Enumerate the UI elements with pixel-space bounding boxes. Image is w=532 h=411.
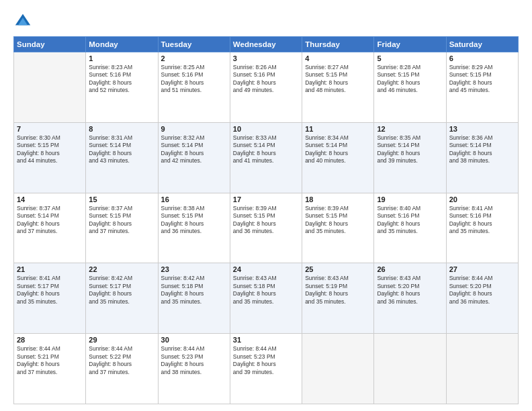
days-header-row: SundayMondayTuesdayWednesdayThursdayFrid… (14, 37, 519, 52)
day-number: 28 (17, 336, 83, 344)
weekday-header: Tuesday (158, 37, 230, 52)
calendar-cell: 23Sunrise: 8:42 AMSunset: 5:18 PMDayligh… (158, 263, 230, 334)
weekday-header: Monday (86, 37, 158, 52)
day-info: Sunrise: 8:37 AMSunset: 5:15 PMDaylight:… (89, 205, 154, 236)
weekday-header: Thursday (302, 37, 374, 52)
page: SundayMondayTuesdayWednesdayThursdayFrid… (0, 0, 532, 411)
day-info: Sunrise: 8:27 AMSunset: 5:15 PMDaylight:… (305, 64, 371, 95)
day-info: Sunrise: 8:32 AMSunset: 5:14 PMDaylight:… (161, 134, 227, 165)
day-number: 2 (161, 54, 227, 62)
header (13, 12, 519, 31)
day-info: Sunrise: 8:44 AMSunset: 5:22 PMDaylight:… (89, 345, 154, 376)
day-info: Sunrise: 8:41 AMSunset: 5:17 PMDaylight:… (17, 275, 83, 306)
day-info: Sunrise: 8:29 AMSunset: 5:15 PMDaylight:… (449, 64, 515, 95)
day-number: 3 (233, 54, 299, 62)
day-info: Sunrise: 8:37 AMSunset: 5:14 PMDaylight:… (17, 205, 83, 236)
calendar-cell: 25Sunrise: 8:43 AMSunset: 5:19 PMDayligh… (302, 263, 374, 334)
calendar-cell: 17Sunrise: 8:39 AMSunset: 5:15 PMDayligh… (230, 193, 302, 263)
calendar-week-row: 7Sunrise: 8:30 AMSunset: 5:15 PMDaylight… (14, 122, 519, 193)
day-number: 15 (89, 195, 154, 203)
calendar-cell: 15Sunrise: 8:37 AMSunset: 5:15 PMDayligh… (86, 193, 158, 263)
calendar-cell: 20Sunrise: 8:41 AMSunset: 5:16 PMDayligh… (446, 193, 518, 263)
calendar-cell: 9Sunrise: 8:32 AMSunset: 5:14 PMDaylight… (158, 122, 230, 193)
calendar-cell: 2Sunrise: 8:25 AMSunset: 5:16 PMDaylight… (158, 52, 230, 123)
day-info: Sunrise: 8:30 AMSunset: 5:15 PMDaylight:… (17, 134, 83, 165)
day-info: Sunrise: 8:31 AMSunset: 5:14 PMDaylight:… (89, 134, 154, 165)
calendar-cell (14, 52, 86, 123)
weekday-header: Wednesday (230, 37, 302, 52)
day-number: 24 (233, 265, 299, 273)
day-info: Sunrise: 8:36 AMSunset: 5:14 PMDaylight:… (449, 134, 515, 165)
calendar-cell: 28Sunrise: 8:44 AMSunset: 5:21 PMDayligh… (14, 334, 86, 404)
calendar-cell: 10Sunrise: 8:33 AMSunset: 5:14 PMDayligh… (230, 122, 302, 193)
day-info: Sunrise: 8:35 AMSunset: 5:14 PMDaylight:… (377, 134, 443, 165)
logo-icon (13, 12, 32, 31)
calendar-week-row: 21Sunrise: 8:41 AMSunset: 5:17 PMDayligh… (14, 263, 519, 334)
weekday-header: Saturday (446, 37, 518, 52)
calendar-cell: 13Sunrise: 8:36 AMSunset: 5:14 PMDayligh… (446, 122, 518, 193)
calendar-cell: 26Sunrise: 8:43 AMSunset: 5:20 PMDayligh… (374, 263, 446, 334)
calendar-cell: 3Sunrise: 8:26 AMSunset: 5:16 PMDaylight… (230, 52, 302, 123)
day-number: 29 (89, 336, 154, 344)
calendar-cell: 29Sunrise: 8:44 AMSunset: 5:22 PMDayligh… (86, 334, 158, 404)
calendar-cell: 21Sunrise: 8:41 AMSunset: 5:17 PMDayligh… (14, 263, 86, 334)
calendar-week-row: 28Sunrise: 8:44 AMSunset: 5:21 PMDayligh… (14, 334, 519, 404)
calendar-cell: 14Sunrise: 8:37 AMSunset: 5:14 PMDayligh… (14, 193, 86, 263)
day-number: 12 (377, 125, 443, 133)
calendar-cell: 22Sunrise: 8:42 AMSunset: 5:17 PMDayligh… (86, 263, 158, 334)
day-number: 4 (305, 54, 371, 62)
calendar-cell: 18Sunrise: 8:39 AMSunset: 5:15 PMDayligh… (302, 193, 374, 263)
day-info: Sunrise: 8:26 AMSunset: 5:16 PMDaylight:… (233, 64, 299, 95)
day-info: Sunrise: 8:39 AMSunset: 5:15 PMDaylight:… (305, 205, 371, 236)
calendar-cell: 4Sunrise: 8:27 AMSunset: 5:15 PMDaylight… (302, 52, 374, 123)
day-info: Sunrise: 8:44 AMSunset: 5:23 PMDaylight:… (233, 345, 299, 376)
day-number: 17 (233, 195, 299, 203)
calendar-table: SundayMondayTuesdayWednesdayThursdayFrid… (13, 36, 519, 404)
calendar-cell: 5Sunrise: 8:28 AMSunset: 5:15 PMDaylight… (374, 52, 446, 123)
day-number: 26 (377, 265, 443, 273)
day-number: 30 (161, 336, 227, 344)
day-number: 22 (89, 265, 154, 273)
day-info: Sunrise: 8:43 AMSunset: 5:20 PMDaylight:… (377, 275, 443, 306)
day-info: Sunrise: 8:44 AMSunset: 5:20 PMDaylight:… (449, 275, 515, 306)
day-number: 13 (449, 125, 515, 133)
calendar-cell: 7Sunrise: 8:30 AMSunset: 5:15 PMDaylight… (14, 122, 86, 193)
day-info: Sunrise: 8:34 AMSunset: 5:14 PMDaylight:… (305, 134, 371, 165)
day-info: Sunrise: 8:41 AMSunset: 5:16 PMDaylight:… (449, 205, 515, 236)
calendar-cell: 8Sunrise: 8:31 AMSunset: 5:14 PMDaylight… (86, 122, 158, 193)
calendar-week-row: 1Sunrise: 8:23 AMSunset: 5:16 PMDaylight… (14, 52, 519, 123)
calendar-cell (374, 334, 446, 404)
day-info: Sunrise: 8:25 AMSunset: 5:16 PMDaylight:… (161, 64, 227, 95)
day-info: Sunrise: 8:40 AMSunset: 5:16 PMDaylight:… (377, 205, 443, 236)
calendar-cell: 1Sunrise: 8:23 AMSunset: 5:16 PMDaylight… (86, 52, 158, 123)
calendar-cell: 6Sunrise: 8:29 AMSunset: 5:15 PMDaylight… (446, 52, 518, 123)
day-info: Sunrise: 8:43 AMSunset: 5:19 PMDaylight:… (305, 275, 371, 306)
day-number: 11 (305, 125, 371, 133)
day-number: 1 (89, 54, 154, 62)
day-number: 8 (89, 125, 154, 133)
calendar-week-row: 14Sunrise: 8:37 AMSunset: 5:14 PMDayligh… (14, 193, 519, 263)
day-info: Sunrise: 8:23 AMSunset: 5:16 PMDaylight:… (89, 64, 154, 95)
calendar-cell (302, 334, 374, 404)
calendar-cell (446, 334, 518, 404)
day-number: 6 (449, 54, 515, 62)
day-info: Sunrise: 8:42 AMSunset: 5:17 PMDaylight:… (89, 275, 154, 306)
day-number: 19 (377, 195, 443, 203)
day-info: Sunrise: 8:38 AMSunset: 5:15 PMDaylight:… (161, 205, 227, 236)
day-info: Sunrise: 8:44 AMSunset: 5:21 PMDaylight:… (17, 345, 83, 376)
day-number: 21 (17, 265, 83, 273)
day-info: Sunrise: 8:33 AMSunset: 5:14 PMDaylight:… (233, 134, 299, 165)
day-info: Sunrise: 8:42 AMSunset: 5:18 PMDaylight:… (161, 275, 227, 306)
day-number: 25 (305, 265, 371, 273)
day-info: Sunrise: 8:39 AMSunset: 5:15 PMDaylight:… (233, 205, 299, 236)
day-info: Sunrise: 8:43 AMSunset: 5:18 PMDaylight:… (233, 275, 299, 306)
weekday-header: Sunday (14, 37, 86, 52)
calendar-cell: 24Sunrise: 8:43 AMSunset: 5:18 PMDayligh… (230, 263, 302, 334)
day-number: 16 (161, 195, 227, 203)
calendar-cell: 12Sunrise: 8:35 AMSunset: 5:14 PMDayligh… (374, 122, 446, 193)
day-number: 27 (449, 265, 515, 273)
day-number: 7 (17, 125, 83, 133)
day-info: Sunrise: 8:28 AMSunset: 5:15 PMDaylight:… (377, 64, 443, 95)
calendar-cell: 27Sunrise: 8:44 AMSunset: 5:20 PMDayligh… (446, 263, 518, 334)
logo (13, 12, 35, 31)
